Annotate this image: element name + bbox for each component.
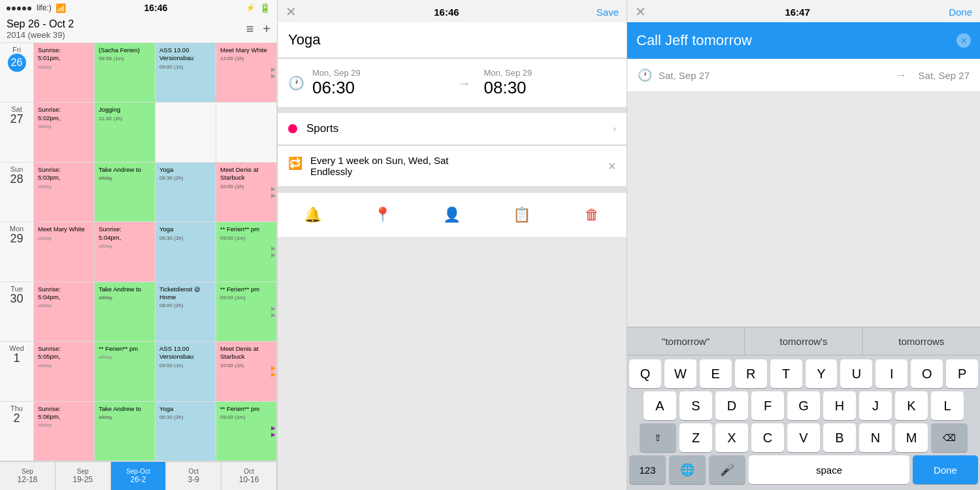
key-P[interactable]: P xyxy=(946,359,978,388)
cal-cell-sat-4[interactable] xyxy=(216,103,277,162)
cal-cell-fri-3[interactable]: ASS 13.00 Versionsbau09:00 (1h) xyxy=(155,43,216,103)
cal-cell-thu-4[interactable]: ** Ferien** pm09:00 (1m) ▶▶ xyxy=(216,402,277,461)
day-label-wed1[interactable]: Wed 1 xyxy=(0,342,34,401)
day-label-thu2[interactable]: Thu 2 xyxy=(0,402,34,461)
delete-button[interactable]: 🗑 xyxy=(578,201,606,229)
cal-cell-sun-1[interactable]: Sunrise:5:03pm,allday xyxy=(34,163,95,222)
cal-cell-fri-1[interactable]: Sunrise:5:01pm,allday xyxy=(34,43,95,103)
repeat-close-icon[interactable]: ✕ xyxy=(608,160,616,172)
gray-bar-1 xyxy=(278,108,627,113)
cal-cell-sun-2[interactable]: Take Andrew toallday xyxy=(95,163,155,222)
event-datetime-row[interactable]: 🕐 Mon, Sep 29 06:30 → Mon, Sep 29 08:30 xyxy=(278,59,627,108)
key-M[interactable]: M xyxy=(895,423,928,452)
cal-cell-tue-2[interactable]: Take Andrew toallday xyxy=(95,282,155,342)
cal-cell-sat-3[interactable] xyxy=(155,103,216,162)
day-label-mon29[interactable]: Mon 29 xyxy=(0,222,34,282)
cal-cell-mon-3[interactable]: Yoga06:30 (2h) xyxy=(155,222,216,282)
key-T[interactable]: T xyxy=(770,359,802,388)
key-U[interactable]: U xyxy=(840,359,872,388)
week-tab-1925[interactable]: Sep 19-25 xyxy=(56,462,111,490)
menu-icon[interactable]: ≡ xyxy=(246,22,254,37)
cal-cell-wed-1[interactable]: Sunrise:5:05pm,allday xyxy=(34,342,95,401)
event-save-button[interactable]: Save xyxy=(596,7,619,18)
event-sacha-fri: (Sacha Ferien)08:58 (1m) xyxy=(97,45,153,64)
shift-key[interactable]: ⇧ xyxy=(640,423,676,452)
reminder-clear-button[interactable]: ✕ xyxy=(956,33,971,48)
mic-key[interactable]: 🎤 xyxy=(709,455,745,484)
number-key[interactable]: 123 xyxy=(629,455,666,484)
cal-cell-sat-2[interactable]: Jogging21:30 (1h) xyxy=(95,103,155,162)
autocomplete-option-3[interactable]: tomorrows xyxy=(863,327,980,355)
key-C[interactable]: C xyxy=(751,423,784,452)
keyboard-row-2: A S D F G H J K L xyxy=(629,391,978,420)
key-H[interactable]: H xyxy=(823,391,856,420)
key-F[interactable]: F xyxy=(751,391,784,420)
battery-icon: 🔋 xyxy=(259,3,270,13)
key-O[interactable]: O xyxy=(911,359,943,388)
week-tab-1218[interactable]: Sep 12-18 xyxy=(0,462,56,490)
key-D[interactable]: D xyxy=(715,391,748,420)
key-B[interactable]: B xyxy=(823,423,856,452)
cal-cell-thu-2[interactable]: Take Andrew toallday xyxy=(95,402,155,461)
cal-cell-mon-4[interactable]: ** Ferien** pm09:00 (1m) ▶▶ xyxy=(216,222,277,282)
notes-button[interactable]: 📋 xyxy=(508,201,536,229)
day-label-fri26[interactable]: Fri 26 xyxy=(0,43,34,103)
add-event-icon[interactable]: + xyxy=(263,22,270,37)
reminder-datetime-row[interactable]: 🕐 Sat, Sep 27 → Sat, Sep 27 xyxy=(627,59,980,92)
event-cancel-button[interactable]: ✕ xyxy=(286,4,297,20)
event-repeat-row[interactable]: 🔁 Every 1 week on Sun, Wed, Sat Endlessl… xyxy=(278,146,627,187)
key-S[interactable]: S xyxy=(679,391,712,420)
cal-cell-fri-2[interactable]: (Sacha Ferien)08:58 (1m) xyxy=(95,43,155,103)
autocomplete-option-2[interactable]: tomorrow's xyxy=(745,327,862,355)
day-label-sun28[interactable]: Sun 28 xyxy=(0,163,34,222)
alarm-button[interactable]: 🔔 xyxy=(298,201,327,229)
cal-cell-mon-1[interactable]: Meet Mary Whiteallday xyxy=(34,222,95,282)
cal-cell-tue-4[interactable]: ** Ferien** pm09:00 (1m) ▶▶ xyxy=(216,282,277,342)
cal-cell-wed-2[interactable]: ** Ferien** pmallday xyxy=(95,342,155,401)
week-tab-39[interactable]: Oct 3-9 xyxy=(166,462,221,490)
key-W[interactable]: W xyxy=(664,359,696,388)
key-I[interactable]: I xyxy=(875,359,907,388)
cal-cell-tue-3[interactable]: Ticketdienst @ Home08:00 (2h) xyxy=(155,282,216,342)
reminder-done-button[interactable]: Done xyxy=(949,7,972,18)
key-Z[interactable]: Z xyxy=(679,423,712,452)
cal-cell-sun-4[interactable]: Meet Denis at Starbuck10:00 (1h) ▶▶ xyxy=(216,163,277,222)
person-button[interactable]: 👤 xyxy=(438,201,466,229)
key-N[interactable]: N xyxy=(859,423,892,452)
key-L[interactable]: L xyxy=(931,391,964,420)
event-title-input[interactable] xyxy=(288,31,616,48)
day-label-tue30[interactable]: Tue 30 xyxy=(0,282,34,342)
autocomplete-option-1[interactable]: "tomorrow" xyxy=(627,327,745,355)
key-R[interactable]: R xyxy=(735,359,767,388)
cal-cell-mon-2[interactable]: Sunrise:5:04pm,allday xyxy=(95,222,155,282)
key-E[interactable]: E xyxy=(700,359,732,388)
day-label-sat27[interactable]: Sat 27 xyxy=(0,103,34,162)
event-calendar-row[interactable]: Sports › xyxy=(278,113,627,145)
backspace-key[interactable]: ⌫ xyxy=(931,423,968,452)
cal-cell-thu-3[interactable]: Yoga06:30 (2h) xyxy=(155,402,216,461)
key-K[interactable]: K xyxy=(895,391,928,420)
cal-cell-wed-4[interactable]: Meet Denis at Starbuck10:00 (1h) ▶▶ xyxy=(216,342,277,401)
key-Q[interactable]: Q xyxy=(629,359,661,388)
cal-cell-sat-1[interactable]: Sunrise:5:02pm,allday xyxy=(34,103,95,162)
key-X[interactable]: X xyxy=(715,423,748,452)
globe-key[interactable]: 🌐 xyxy=(669,455,706,484)
key-Y[interactable]: Y xyxy=(806,359,838,388)
day-num-1: 1 xyxy=(13,352,20,364)
done-key[interactable]: Done xyxy=(913,455,978,484)
week-tab-1016[interactable]: Oct 10-16 xyxy=(221,462,277,490)
cal-cell-tue-1[interactable]: Sunrise:5:04pm,allday xyxy=(34,282,95,342)
key-G[interactable]: G xyxy=(787,391,820,420)
reminder-text-input[interactable] xyxy=(636,32,951,49)
location-button[interactable]: 📍 xyxy=(368,201,397,229)
cal-cell-fri-4[interactable]: Meet Mary White12:00 (1h) ▶▶ xyxy=(216,43,277,103)
cal-cell-wed-3[interactable]: ASS 13.00 Versionsbau09:00 (1h) xyxy=(155,342,216,401)
cal-cell-thu-1[interactable]: Sunrise:5:06pm,allday xyxy=(34,402,95,461)
week-tab-262[interactable]: Sep-Oct 26-2 xyxy=(111,462,167,490)
key-A[interactable]: A xyxy=(644,391,676,420)
reminder-cancel-button[interactable]: ✕ xyxy=(635,4,646,20)
space-key[interactable]: space xyxy=(749,455,909,484)
cal-cell-sun-3[interactable]: Yoga06:30 (2h) xyxy=(155,163,216,222)
key-J[interactable]: J xyxy=(859,391,892,420)
key-V[interactable]: V xyxy=(787,423,820,452)
